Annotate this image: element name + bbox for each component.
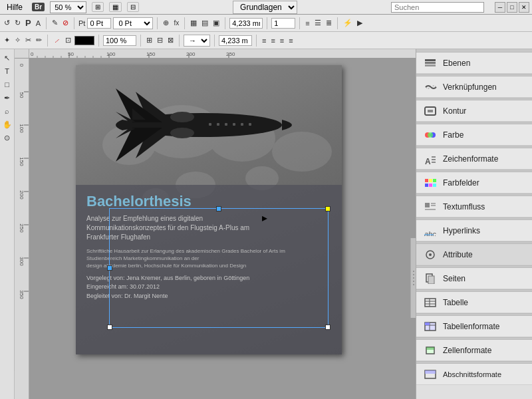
svg-rect-75 [425, 209, 436, 210]
panel-resize-handle[interactable] [410, 238, 416, 318]
svg-text:300: 300 [19, 257, 25, 266]
svg-point-47 [170, 128, 194, 138]
view-mode-btn1[interactable]: ⊞ [92, 2, 104, 12]
mm-input2[interactable] [219, 35, 252, 46]
panel-item-kontur[interactable]: Kontur [416, 100, 532, 122]
align-btn3[interactable]: ≣ [325, 17, 333, 29]
pt-select[interactable]: 0 Pt [113, 17, 153, 29]
zoom-tool[interactable]: ⌕ [1, 105, 13, 117]
table-style-icon [423, 321, 438, 332]
panel-item-seiten[interactable]: Seiten [416, 268, 532, 289]
panel-item-hyperlinks[interactable]: abc Hyperlinks [416, 220, 532, 241]
pen-tool[interactable]: ✒ [1, 92, 13, 104]
minimize-btn[interactable]: ─ [495, 2, 505, 13]
star-btn[interactable]: ✦ [3, 35, 11, 46]
arrow-select[interactable]: → [184, 35, 210, 47]
select-tool[interactable]: ↖ [1, 52, 13, 64]
pencil-btn[interactable]: ✎ [51, 17, 59, 29]
svg-rect-52 [241, 123, 243, 126]
pencil2-btn[interactable]: ✏ [35, 35, 43, 46]
grid-btn2[interactable]: ▤ [200, 17, 209, 29]
panel-item-attribute[interactable]: Attribute [416, 244, 532, 265]
panel-item-textumfluss[interactable]: Textumfluss [416, 196, 532, 217]
percent-input[interactable] [103, 35, 136, 46]
justify-btn4[interactable]: ≡ [287, 35, 294, 46]
canvas-area[interactable]: Bachelorthesis Analyse zur Empfehlung ei… [29, 59, 416, 399]
align2-btn1[interactable]: ⊞ [145, 35, 154, 46]
ruler-vertical: 0 50 100 150 200 250 300 [15, 59, 29, 399]
zoom-in-btn[interactable]: ⊕ [162, 17, 170, 29]
align2-btn3[interactable]: ⊠ [166, 35, 175, 46]
sep9 [47, 35, 48, 47]
svg-rect-56 [425, 65, 436, 66]
panel-item-farbfelder[interactable]: Farbfelder [416, 172, 532, 194]
tool-p-btn[interactable]: P [24, 17, 33, 29]
color-stroke-btn[interactable]: ⊘ [61, 17, 70, 29]
search-input[interactable] [391, 2, 484, 13]
justify-btn1[interactable]: ≡ [261, 35, 267, 46]
color-swatch[interactable] [74, 36, 94, 45]
panel-label-verknuepfungen: Verknüpfungen [443, 82, 497, 92]
close-btn[interactable]: ✕ [519, 2, 529, 13]
sep3 [157, 17, 158, 29]
svg-rect-48 [209, 123, 211, 126]
view-mode-btn2[interactable]: ▦ [109, 2, 122, 12]
svg-text:100: 100 [19, 124, 25, 133]
action-btn[interactable]: ▶ [356, 17, 364, 29]
align-btn1[interactable]: ≡ [304, 18, 311, 29]
pt-input[interactable] [87, 18, 111, 29]
panel-item-tabelle[interactable]: Tabelle [416, 292, 532, 313]
menu-bar: Hilfe Br 50 % 75 % 100 % ⊞ ▦ ⊟ Grundlage… [0, 0, 532, 15]
fx-btn[interactable]: fx [172, 18, 180, 28]
thesis-subtitle: Analyse zur Empfehlung eines digitalen K… [86, 214, 331, 242]
text-block: Bachelorthesis Analyse zur Empfehlung ei… [76, 185, 342, 354]
align2-btn2[interactable]: ⊟ [156, 35, 164, 46]
workspace-selector[interactable]: Grundlagen [233, 1, 297, 14]
layers-icon [423, 57, 438, 69]
svg-rect-50 [225, 123, 227, 126]
panel-item-verknuepfungen[interactable]: Verknüpfungen [416, 76, 532, 98]
flash-btn[interactable]: ⚡ [342, 17, 354, 29]
view-mode-btn3[interactable]: ⊟ [127, 2, 139, 12]
panel-label-attribute: Attribute [443, 250, 473, 259]
spin-input1[interactable] [271, 18, 295, 29]
panel-item-zeichenformate[interactable]: A Zeichenformate [416, 148, 532, 170]
svg-rect-49 [217, 123, 219, 126]
br-badge: Br [32, 3, 45, 11]
panel-item-farbe[interactable]: Farbe [416, 124, 532, 146]
mm-input1[interactable] [229, 18, 263, 29]
grid-btn1[interactable]: ▦ [189, 17, 198, 29]
svg-rect-81 [428, 276, 434, 284]
tool-a-btn[interactable]: A [35, 18, 42, 29]
menu-hilfe[interactable]: Hilfe [3, 1, 27, 13]
sep1 [46, 17, 47, 29]
sep13 [214, 35, 215, 47]
hyperlinks-icon: abc [423, 225, 438, 237]
rotate-ccw-btn[interactable]: ↺ [3, 17, 11, 29]
zoom-select[interactable]: 50 % 75 % 100 % [50, 1, 86, 13]
panel-item-ebenen[interactable]: Ebenen [416, 53, 532, 74]
panel-item-tabellenformate[interactable]: Tabellenformate [416, 316, 532, 337]
stroke2-btn[interactable]: ⊡ [64, 35, 72, 46]
panel-item-zellenformate[interactable]: Zellenformate [416, 340, 532, 361]
svg-text:abc: abc [424, 230, 436, 236]
window-buttons: ─ □ ✕ [495, 2, 529, 13]
stroke-btn[interactable]: ⟋ [52, 35, 62, 46]
justify-btn2[interactable]: ≡ [269, 35, 276, 46]
eyedrop-tool[interactable]: ⊙ [1, 132, 13, 144]
svg-text:350: 350 [19, 290, 25, 299]
justify-btn3[interactable]: ≡ [279, 35, 285, 46]
restore-btn[interactable]: □ [507, 2, 517, 13]
svg-point-79 [429, 253, 432, 256]
panel-item-abschnittsformate[interactable]: Abschnittsformate [416, 364, 532, 385]
scissors-btn[interactable]: ✂ [24, 35, 33, 46]
grid-btn3[interactable]: ▣ [211, 17, 221, 29]
rotate-cw-btn[interactable]: ↻ [13, 17, 22, 29]
rect-tool[interactable]: □ [1, 78, 13, 90]
svg-rect-0 [29, 49, 416, 59]
align-btn2[interactable]: ☰ [313, 17, 323, 29]
hand-tool[interactable]: ✋ [1, 118, 13, 130]
text-tool[interactable]: T [1, 65, 13, 77]
star2-btn[interactable]: ✧ [13, 35, 22, 46]
panel-label-hyperlinks: Hyperlinks [443, 226, 480, 235]
